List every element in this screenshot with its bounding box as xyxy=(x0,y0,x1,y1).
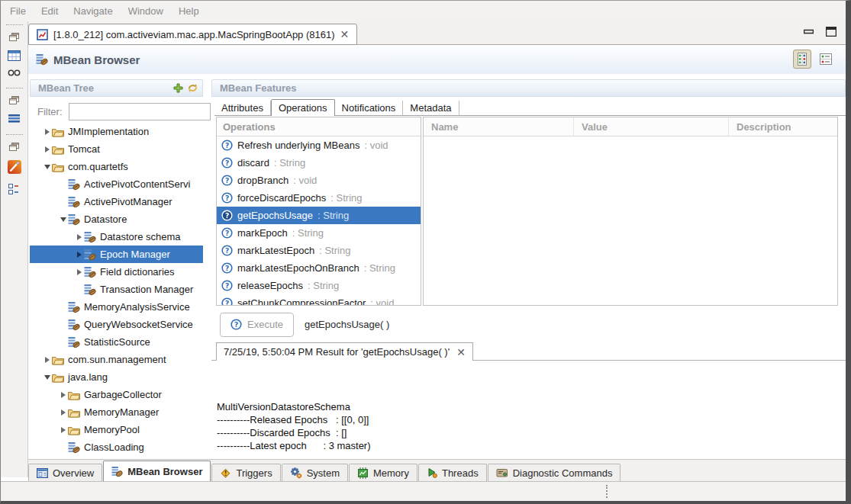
table-view-icon[interactable] xyxy=(8,50,21,61)
result-tab[interactable]: 7/25/19, 5:50:04 PM Result for 'getEpoch… xyxy=(216,342,473,361)
horizontal-layout-icon[interactable] xyxy=(817,51,834,67)
mbean-icon xyxy=(84,284,96,296)
tree-item-label: MemoryAnalysisService xyxy=(84,301,190,313)
operation-forcediscardepochs[interactable]: ?forceDiscardEpochs : String xyxy=(217,189,421,207)
triggers-icon: ! xyxy=(220,467,231,479)
tree-item-activepivotcontentservi[interactable]: ActivePivotContentServi xyxy=(30,175,203,193)
tree-item-label: GarbageCollector xyxy=(84,389,162,400)
operation-releaseepochs[interactable]: ?releaseEpochs : String xyxy=(217,277,421,294)
tree-item-jmimplementation[interactable]: JMImplementation xyxy=(30,123,203,140)
tree-item-com-sun-management[interactable]: com.sun.management xyxy=(30,351,203,368)
tree-item-label: Datastore xyxy=(84,213,127,225)
minimize-icon[interactable] xyxy=(804,29,814,34)
chevron-right-icon[interactable] xyxy=(74,269,84,275)
tab-metadata[interactable]: Metadata xyxy=(403,101,459,115)
refresh-icon[interactable] xyxy=(187,82,198,94)
chevron-down-icon[interactable] xyxy=(58,217,68,222)
tab-attributes[interactable]: Attributes xyxy=(214,101,271,115)
operation-markepoch[interactable]: ?markEpoch : String xyxy=(217,224,421,242)
menu-bar: FileEditNavigateWindowHelp xyxy=(1,1,846,21)
tree-item-java-lang[interactable]: java.lang xyxy=(30,368,203,386)
chevron-right-icon[interactable] xyxy=(42,357,52,363)
chevron-right-icon[interactable] xyxy=(58,409,68,416)
bottom-tab-mbean-browser[interactable]: MBean Browser xyxy=(103,461,211,481)
expanded-arrow xyxy=(44,165,50,169)
operation-setchunkcompressionfactor[interactable]: ?setChunkCompressionFactor : void xyxy=(217,294,421,306)
restore-view-icon[interactable] xyxy=(8,95,20,105)
system-icon xyxy=(290,467,302,479)
collapsed-arrow xyxy=(77,269,82,275)
chevron-down-icon[interactable] xyxy=(42,375,52,380)
menu-item-window[interactable]: Window xyxy=(128,5,163,17)
tree-item-field-dictionaries[interactable]: Field dictionaries xyxy=(30,263,203,281)
overview-icon xyxy=(37,468,48,478)
chevron-right-icon[interactable] xyxy=(58,427,68,433)
collapsed-arrow xyxy=(61,409,66,416)
bottom-tab-diagnostic-commands[interactable]: Diagnostic Commands xyxy=(488,464,621,481)
tree-item-label: com.sun.management xyxy=(68,354,166,365)
chevron-right-icon[interactable] xyxy=(42,129,52,135)
tree-item-tomcat[interactable]: Tomcat xyxy=(30,140,203,158)
bottom-tab-system[interactable]: System xyxy=(282,464,348,481)
add-mbean-icon[interactable] xyxy=(173,83,183,93)
bottom-tab-triggers[interactable]: !Triggers xyxy=(211,464,280,481)
restore-view-icon[interactable] xyxy=(8,142,20,152)
bottom-tab-threads[interactable]: Threads xyxy=(418,464,487,481)
restore-view-icon[interactable] xyxy=(8,32,20,42)
operation-marklatestepoch[interactable]: ?markLatestEpoch : String xyxy=(217,242,421,259)
operation-dropbranch[interactable]: ?dropBranch : void xyxy=(217,172,421,189)
menu-item-navigate[interactable]: Navigate xyxy=(73,5,112,17)
bottom-tab-overview[interactable]: Overview xyxy=(28,464,102,481)
operation-return-type: : String xyxy=(318,210,349,221)
tree-item-com-quartetfs[interactable]: com.quartetfs xyxy=(30,158,203,175)
menu-item-help[interactable]: Help xyxy=(179,5,199,17)
binoculars-icon[interactable] xyxy=(8,69,21,76)
operations-panel: Operations ?Refresh underlying MBeans : … xyxy=(216,117,421,306)
jmc-app-icon[interactable] xyxy=(8,160,21,174)
tree-item-memorymanager[interactable]: MemoryManager xyxy=(30,403,203,421)
list-view-icon[interactable] xyxy=(8,114,20,123)
tree-item-garbagecollector[interactable]: GarbageCollector xyxy=(30,386,203,403)
tree-item-label: Tomcat xyxy=(68,143,100,155)
menu-item-file[interactable]: File xyxy=(10,5,26,17)
tree-item-memoryanalysisservice[interactable]: MemoryAnalysisService xyxy=(30,298,203,316)
outline-view-icon[interactable] xyxy=(8,182,21,195)
bottom-tab-memory[interactable]: Memory xyxy=(349,464,417,481)
editor-tab-connection[interactable]: [1.8.0_212] com.activeviam.mac.app.MacSp… xyxy=(28,24,357,45)
tree-item-epoch-manager[interactable]: Epoch Manager xyxy=(30,246,203,263)
tree-item-querywebsocketservice[interactable]: QueryWebsocketService xyxy=(30,316,203,333)
chevron-down-icon[interactable] xyxy=(42,165,52,169)
close-icon[interactable]: ✕ xyxy=(340,29,350,40)
operation-refresh-underlying-mbeans[interactable]: ?Refresh underlying MBeans : void xyxy=(217,136,421,154)
execute-button[interactable]: ? Execute xyxy=(220,313,294,337)
question-icon: ? xyxy=(221,262,233,274)
close-icon[interactable]: ✕ xyxy=(456,347,466,358)
mbeansmall-icon xyxy=(111,466,123,477)
sash-handle[interactable] xyxy=(606,485,608,498)
tree-item-memorypool[interactable]: MemoryPool xyxy=(30,421,203,438)
tree-item-datastore[interactable]: Datastore xyxy=(30,210,203,228)
tree-item-datastore-schema[interactable]: Datastore schema xyxy=(30,228,203,246)
maximize-icon[interactable] xyxy=(826,27,836,37)
result-body: MultiVersionDatastoreSchema ----------Re… xyxy=(211,361,846,456)
filter-input[interactable] xyxy=(69,103,211,120)
tab-operations[interactable]: Operations xyxy=(271,99,335,116)
operation-getepochsusage[interactable]: ?getEpochsUsage : String xyxy=(217,207,421,224)
chevron-right-icon[interactable] xyxy=(74,234,84,240)
operation-discard[interactable]: ?discard : String xyxy=(217,154,421,172)
menu-item-edit[interactable]: Edit xyxy=(41,5,58,17)
tree-item-statisticsource[interactable]: StatisticSource xyxy=(30,333,203,351)
tab-notifications[interactable]: Notifications xyxy=(335,101,404,115)
chevron-right-icon[interactable] xyxy=(42,146,52,152)
tree-item-activepivotmanager[interactable]: ActivePivotManager xyxy=(30,193,203,210)
operation-marklatestepochonbranch[interactable]: ?markLatestEpochOnBranch : String xyxy=(217,259,421,277)
tree-item-label: MemoryManager xyxy=(84,406,159,418)
question-icon: ? xyxy=(221,227,233,239)
vertical-layout-icon[interactable] xyxy=(793,50,811,69)
tree-item-classloading[interactable]: ClassLoading xyxy=(30,438,203,456)
tree-item-transaction-manager[interactable]: Transaction Manager xyxy=(30,281,203,298)
operations-column-header: Operations xyxy=(217,117,421,136)
operation-signature: getEpochsUsage( ) xyxy=(305,319,389,330)
chevron-right-icon[interactable] xyxy=(74,252,84,258)
chevron-right-icon[interactable] xyxy=(58,392,68,398)
